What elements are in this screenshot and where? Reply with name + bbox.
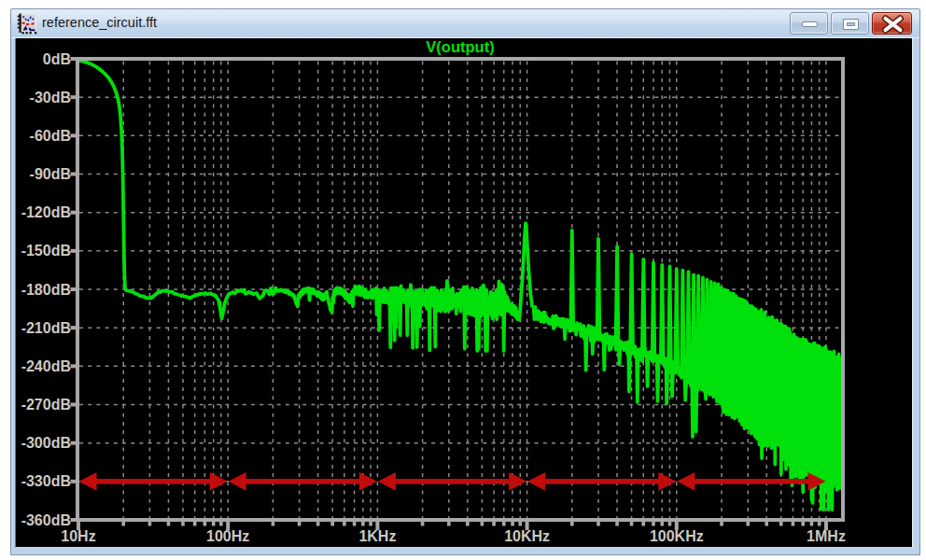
x-axis-minor-tick: [466, 522, 470, 526]
x-axis-minor-tick: [421, 522, 425, 526]
x-axis-minor-tick: [193, 522, 197, 526]
y-axis-tick: [71, 287, 78, 291]
y-axis-tick: [71, 403, 78, 407]
close-button[interactable]: [872, 12, 912, 35]
y-axis-label: -180dB: [21, 282, 71, 298]
y-axis-label: -240dB: [21, 358, 71, 374]
x-axis-minor-tick: [361, 522, 365, 526]
y-axis-tick: [71, 249, 78, 253]
maximize-button[interactable]: [831, 12, 869, 35]
x-axis-label: 100Hz: [206, 528, 249, 544]
minimize-button[interactable]: [790, 12, 828, 35]
y-axis-tick: [71, 441, 78, 445]
close-x-glyph: [886, 19, 901, 30]
x-axis-minor-tick: [801, 522, 805, 526]
x-axis-minor-tick: [272, 522, 275, 526]
y-axis-tick: [71, 211, 78, 215]
fft-plot[interactable]: 0dB-30dB-60dB-90dB-120dB-150dB-180dB-210…: [16, 38, 912, 547]
x-axis-minor-tick: [570, 522, 574, 526]
y-axis-label: -270dB: [21, 397, 71, 413]
trace-v-output[interactable]: [78, 61, 841, 510]
y-axis-label: -150dB: [21, 243, 71, 259]
x-axis-minor-tick: [630, 522, 634, 526]
y-axis-label: -300dB: [21, 435, 71, 451]
x-axis-minor-tick: [615, 522, 619, 526]
x-axis-minor-tick: [353, 522, 357, 526]
titlebar[interactable]: reference_circuit.fft: [11, 9, 919, 38]
x-axis-minor-tick: [447, 522, 451, 526]
x-axis-label: 1KHz: [358, 528, 396, 544]
x-axis-minor-tick: [121, 522, 125, 526]
x-axis-minor-tick: [652, 522, 655, 526]
x-axis-minor-tick: [212, 522, 216, 526]
y-axis-tick: [71, 133, 78, 137]
x-axis-label: 10Hz: [61, 528, 95, 544]
x-axis-label: 100KHz: [650, 528, 704, 544]
y-axis-tick: [71, 57, 78, 61]
x-axis-minor-tick: [330, 522, 334, 526]
x-axis-label: 10KHz: [504, 528, 550, 544]
plot-title[interactable]: V(output): [426, 38, 494, 55]
y-axis: 0dB-30dB-60dB-90dB-120dB-150dB-180dB-210…: [21, 51, 77, 528]
x-axis-minor-tick: [148, 522, 152, 526]
x-axis-minor-tick: [779, 522, 783, 526]
x-axis-minor-tick: [369, 522, 372, 526]
x-axis-minor-tick: [502, 522, 506, 526]
y-axis-label: -60dB: [30, 128, 71, 144]
y-axis-tick: [71, 364, 78, 368]
x-axis-minor-tick: [746, 522, 750, 526]
plot-client-area[interactable]: 0dB-30dB-60dB-90dB-120dB-150dB-180dB-210…: [15, 38, 913, 548]
decade-span-arrows: [79, 472, 826, 491]
x-axis-minor-tick: [492, 522, 496, 526]
y-axis-label: -210dB: [21, 320, 71, 336]
maximize-icon: [832, 13, 870, 35]
y-axis-label: -120dB: [21, 204, 71, 220]
close-icon: [873, 13, 913, 35]
minimize-icon: [791, 13, 829, 35]
x-axis-minor-tick: [167, 522, 171, 526]
x-axis-minor-tick: [810, 522, 814, 526]
x-axis-minor-tick: [316, 522, 320, 526]
x-axis-minor-tick: [720, 522, 723, 526]
x-axis-minor-tick: [481, 522, 484, 526]
plot-window: reference_circuit.fft: [10, 8, 920, 555]
waveform-plot-icon: [17, 13, 37, 35]
y-axis-tick: [71, 173, 78, 176]
x-axis-minor-tick: [181, 522, 185, 526]
window-title: reference_circuit.fft: [42, 15, 157, 30]
y-axis-tick: [71, 480, 78, 483]
x-axis-minor-tick: [511, 522, 514, 526]
x-axis-minor-tick: [641, 522, 645, 526]
desktop-background: {"window":{"title":"reference_circuit.ff…: [0, 0, 926, 560]
x-axis-minor-tick: [219, 522, 223, 526]
y-axis-tick: [71, 326, 78, 329]
x-axis: 10Hz100Hz1KHz10KHz100KHz1MHz: [61, 522, 846, 544]
x-axis-minor-tick: [818, 522, 821, 526]
y-axis-label: -90dB: [30, 166, 71, 182]
y-axis-label: -360dB: [21, 512, 71, 528]
x-axis-label: 1MHz: [807, 528, 846, 544]
x-axis-minor-tick: [668, 522, 672, 526]
window-controls: [790, 12, 912, 35]
y-axis-tick: [71, 95, 78, 99]
y-axis-tick: [71, 518, 78, 522]
y-axis-label: -30dB: [30, 90, 71, 105]
x-axis-minor-tick: [343, 522, 346, 526]
x-axis-minor-tick: [298, 522, 302, 526]
x-axis-minor-tick: [518, 522, 522, 526]
y-axis-label: 0dB: [43, 51, 71, 67]
x-axis-minor-tick: [596, 522, 600, 526]
x-axis-minor-tick: [660, 522, 664, 526]
x-axis-minor-tick: [792, 522, 795, 526]
y-axis-label: -330dB: [21, 473, 71, 489]
x-axis-minor-tick: [203, 522, 207, 526]
x-axis-minor-tick: [765, 522, 768, 526]
